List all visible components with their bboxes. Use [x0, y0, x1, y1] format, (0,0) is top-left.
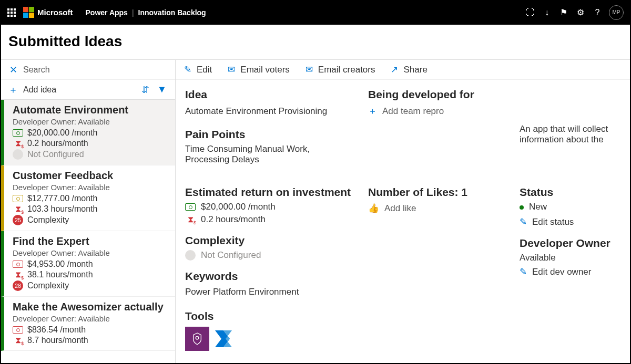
status-dot-icon	[520, 205, 524, 210]
idea-owner: Developer Owner: Available	[13, 314, 170, 323]
add-like-label: Add like	[384, 203, 416, 214]
edit-status-label: Edit status	[532, 217, 574, 227]
add-idea-row: ＋ Add idea ⇵ ▼	[1, 80, 175, 100]
devowner-value: Available	[520, 253, 630, 263]
idea-title: Automate Environment	[13, 104, 170, 116]
idea-list-item[interactable]: Customer Feedback Developer Owner: Avail…	[1, 165, 175, 231]
complexity-badge-icon	[185, 250, 196, 261]
global-header: Microsoft Power Apps | Innovation Backlo…	[1, 0, 630, 25]
idea-list-item[interactable]: Automate Environment Developer Owner: Av…	[1, 100, 175, 165]
likes-heading: Number of Likes: 1	[368, 186, 510, 199]
idea-list-item[interactable]: Find the Expert Developer Owner: Availab…	[1, 231, 175, 297]
share-label: Share	[403, 65, 427, 75]
fit-icon[interactable]: ⛶	[522, 8, 538, 17]
idea-owner: Developer Owner: Available	[13, 183, 170, 192]
money-icon	[13, 326, 23, 334]
developed-for-heading: Being developed for	[368, 88, 510, 101]
idea-hours: 103.3 hours/month	[27, 204, 97, 214]
idea-section: Idea Automate Environment Provisioning P…	[185, 88, 359, 165]
add-icon[interactable]: ＋	[8, 84, 18, 96]
share-action[interactable]: ↗Share	[390, 64, 427, 75]
help-icon[interactable]: ?	[589, 8, 606, 17]
idea-cost: $836.54 /month	[27, 325, 86, 335]
hourglass-icon: ⧗	[185, 215, 196, 224]
edit-devowner-link[interactable]: ✎Edit dev owner	[520, 266, 630, 277]
painpoints-value: Time Consuming Manual Work, Processing D…	[185, 144, 322, 165]
pencil-icon: ✎	[520, 266, 527, 277]
email-voters-label: Email voters	[240, 65, 290, 75]
idea-title: Make the Awesomizer actually	[13, 301, 170, 313]
complexity-badge-icon: 28	[13, 280, 23, 291]
idea-cost: $20,000.00 /month	[27, 128, 97, 138]
devowner-heading: Developer Owner	[520, 237, 630, 249]
status-value-row: New	[520, 202, 630, 212]
roi-heading: Estimated return on investment	[185, 186, 359, 199]
complexity-value: Not Configured	[201, 250, 261, 261]
edit-label: Edit	[197, 65, 212, 75]
add-like-link[interactable]: 👍 Add like	[368, 203, 510, 214]
edit-action[interactable]: ✎Edit	[183, 64, 212, 75]
breadcrumb-page[interactable]: Innovation Backlog	[138, 8, 206, 17]
edit-status-link[interactable]: ✎Edit status	[520, 216, 630, 227]
add-team-repro-label: Add team repro	[382, 106, 444, 117]
idea-title: Customer Feedback	[13, 170, 170, 182]
email-voters-action[interactable]: ✉Email voters	[227, 64, 290, 75]
idea-cost: $12,777.00 /month	[27, 194, 97, 203]
idea-title: Find the Expert	[13, 235, 170, 247]
breadcrumb-app[interactable]: Power Apps	[86, 8, 128, 17]
money-icon	[13, 129, 23, 137]
svg-point-0	[196, 336, 199, 339]
status-value: New	[529, 202, 547, 212]
search-row[interactable]: ✕ Search	[1, 60, 175, 80]
developed-for-section: Being developed for ＋ Add team repro	[368, 88, 510, 165]
page-title: Submitted Ideas	[1, 25, 630, 60]
power-automate-tool-icon[interactable]	[212, 327, 237, 351]
money-icon	[13, 261, 23, 268]
detail-action-bar: ✎Edit ✉Email voters ✉Email creators ↗Sha…	[176, 60, 630, 80]
user-avatar[interactable]: MP	[609, 5, 624, 20]
idea-hours: 38.1 hours/month	[27, 270, 93, 279]
flag-icon[interactable]: ⚑	[555, 7, 572, 17]
roi-cost: $20,000.00 /month	[201, 202, 276, 212]
search-placeholder: Search	[23, 65, 168, 75]
download-icon[interactable]: ↓	[538, 8, 555, 17]
filter-icon[interactable]: ▼	[156, 84, 168, 95]
edit-devowner-label: Edit dev owner	[532, 267, 591, 277]
clear-search-icon[interactable]: ✕	[8, 64, 18, 76]
idea-list[interactable]: Automate Environment Developer Owner: Av…	[1, 100, 175, 363]
idea-detail: ✎Edit ✉Email voters ✉Email creators ↗Sha…	[176, 60, 630, 363]
sort-icon[interactable]: ⇵	[139, 84, 151, 96]
breadcrumb-separator-icon: |	[132, 8, 134, 17]
complexity-label: Complexity	[27, 215, 69, 225]
plus-icon: ＋	[368, 105, 377, 117]
mail-icon: ✉	[227, 64, 236, 75]
idea-value: Automate Environment Provisioning	[185, 106, 359, 117]
add-idea-label[interactable]: Add idea	[23, 85, 134, 95]
microsoft-logo-icon	[23, 7, 34, 18]
dataverse-tool-icon[interactable]	[185, 327, 209, 351]
keywords-heading: Keywords	[185, 270, 359, 283]
hourglass-icon: ⧗	[13, 270, 23, 279]
pencil-icon: ✎	[520, 216, 527, 227]
money-icon	[13, 195, 23, 202]
roi-section: Estimated return on investment $20,000.0…	[185, 186, 359, 351]
tools-heading: Tools	[185, 310, 359, 323]
thumbs-up-icon: 👍	[368, 203, 379, 214]
add-team-repro-link[interactable]: ＋ Add team repro	[368, 105, 510, 117]
status-section: Status New ✎Edit status Developer Owner …	[520, 186, 630, 351]
hourglass-icon: ⧗	[13, 139, 23, 148]
email-creators-action[interactable]: ✉Email creators	[304, 64, 375, 75]
hourglass-icon: ⧗	[13, 336, 23, 345]
ideas-sidebar: ✕ Search ＋ Add idea ⇵ ▼ Automate Environ…	[1, 60, 176, 363]
email-creators-label: Email creators	[318, 65, 375, 75]
idea-list-item[interactable]: Make the Awesomizer actually Developer O…	[1, 297, 175, 351]
complexity-heading: Complexity	[185, 234, 359, 247]
idea-hours: 0.2 hours/month	[27, 139, 88, 148]
description-text: An app that will collect information abo…	[520, 124, 630, 145]
complexity-label: Complexity	[27, 281, 69, 290]
breadcrumb: Power Apps | Innovation Backlog	[86, 8, 206, 17]
settings-gear-icon[interactable]: ⚙	[572, 7, 589, 17]
idea-owner: Developer Owner: Available	[13, 117, 170, 126]
app-launcher-icon[interactable]	[7, 8, 16, 17]
description-section: An app that will collect information abo…	[520, 88, 630, 165]
